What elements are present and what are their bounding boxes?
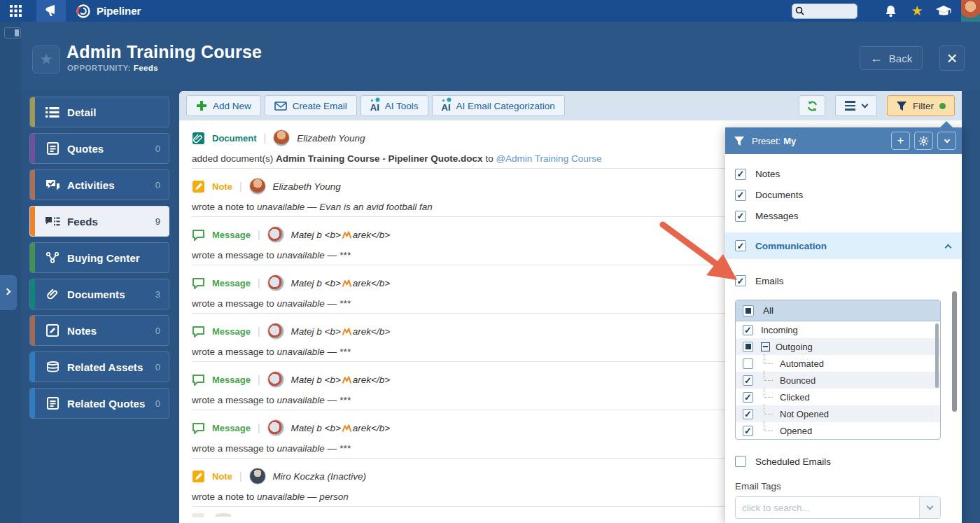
clicked-checkbox[interactable] [743, 392, 753, 403]
communication-checkbox[interactable] [735, 240, 746, 251]
sidebar-item-feeds[interactable]: Feeds9 [29, 206, 169, 237]
refresh-button[interactable] [799, 95, 825, 116]
tree-row-automated[interactable]: Automated [736, 355, 940, 372]
scheduled-emails-row[interactable]: Scheduled Emails [725, 452, 962, 471]
email-tags-select[interactable]: click to search... [735, 496, 941, 519]
tree-row-not-opened[interactable]: Not Opened [736, 405, 940, 422]
feed-link[interactable]: @Admin Training Course [496, 153, 601, 164]
assets-icon [46, 361, 59, 373]
panel-scrollbar[interactable] [952, 291, 957, 412]
toolbar-button-group: Add NewCreate EmailAIAI ToolsAIAI Email … [186, 95, 565, 116]
sidebar: DetailQuotes0Activities0Feeds9Buying Cen… [29, 97, 169, 424]
entity-label: OPPORTUNITY: [67, 64, 131, 72]
scheduled-emails-checkbox[interactable] [735, 456, 746, 467]
documents-checkbox[interactable] [735, 190, 746, 201]
learning-button[interactable] [930, 0, 957, 22]
tree-row-opened[interactable]: Opened [736, 422, 940, 439]
tree-connector [764, 354, 773, 364]
add-new-button[interactable]: Add New [186, 95, 261, 116]
detail-icon [46, 107, 59, 118]
author-name: Elizabeth Young [273, 181, 341, 192]
back-arrow-icon: ← [870, 51, 883, 66]
emails-checkbox[interactable] [735, 275, 746, 286]
opened-checkbox[interactable] [743, 426, 753, 436]
outgoing-checkbox[interactable] [743, 342, 753, 352]
tree-scrollbar[interactable] [935, 323, 939, 388]
not-opened-checkbox[interactable] [743, 409, 753, 419]
view-options-button[interactable] [835, 95, 877, 116]
back-button[interactable]: ←Back [860, 46, 923, 70]
bounced-checkbox[interactable] [743, 375, 753, 386]
sidebar-item-label: Activities [67, 179, 155, 191]
page-title: Admin Training Course [66, 42, 262, 62]
collapse-node-icon[interactable] [761, 342, 770, 351]
incoming-checkbox[interactable] [743, 325, 753, 335]
ai-email-categorization-button[interactable]: AIAI Email Categorization [432, 95, 565, 116]
search-input[interactable] [804, 6, 850, 16]
sidebar-item-quotes[interactable]: Quotes0 [29, 133, 169, 164]
notifications-button[interactable] [877, 0, 904, 22]
feeds-icon [45, 216, 60, 227]
feed-type-label: Message [212, 423, 251, 433]
collapse-panel-icon[interactable] [4, 27, 21, 39]
filter-row-documents[interactable]: Documents [725, 185, 962, 205]
tree-row-outgoing[interactable]: Outgoing [736, 338, 940, 355]
select-chevron-button[interactable] [919, 497, 940, 518]
emails-filter-row[interactable]: Emails [725, 270, 962, 291]
preset-settings-button[interactable] [914, 132, 933, 150]
chevron-up-icon[interactable] [945, 244, 952, 251]
apps-grid-icon[interactable] [0, 0, 31, 22]
ai-tools-button[interactable]: AIAI Tools [360, 95, 428, 116]
tree-row-incoming[interactable]: Incoming [736, 321, 940, 338]
sidebar-item-label: Buying Center [67, 252, 160, 264]
sidebar-item-notes[interactable]: Notes0 [29, 315, 169, 346]
filter-panel-header: Preset:My + [725, 127, 962, 154]
zigzag-m-icon [342, 231, 351, 239]
tree-all-row[interactable]: All [736, 300, 940, 321]
sidebar-item-related-assets[interactable]: Related Assets0 [29, 351, 169, 382]
sidebar-item-detail[interactable]: Detail [29, 97, 169, 127]
tree-row-bounced[interactable]: Bounced [736, 372, 940, 389]
filter-button[interactable]: Filter [887, 95, 955, 116]
funnel-icon [896, 101, 907, 111]
avatar [267, 371, 284, 388]
expand-panel-tab[interactable] [0, 275, 17, 310]
global-search[interactable] [792, 4, 858, 19]
close-button[interactable]: × [939, 46, 965, 71]
tree-label: Opened [780, 426, 812, 436]
feed-text: wrote a message to [192, 250, 277, 260]
emails-label: Emails [755, 276, 784, 286]
tree-row-clicked[interactable]: Clicked [736, 389, 940, 405]
ai-icon: AI [442, 99, 451, 113]
all-checkbox[interactable] [743, 305, 754, 316]
favorites-button[interactable]: ★ [904, 0, 930, 22]
envelope-icon [274, 102, 287, 111]
automated-checkbox[interactable] [743, 358, 753, 369]
sidebar-item-buying-center[interactable]: Buying Center [29, 242, 169, 273]
sidebar-item-documents[interactable]: Documents3 [29, 279, 169, 309]
create-email-button[interactable]: Create Email [265, 95, 357, 116]
feed-text: wrote a message to [192, 395, 277, 405]
announcements-button[interactable] [36, 0, 66, 22]
feed-text: wrote a message to [192, 298, 277, 309]
zigzag-m-icon [342, 279, 351, 287]
messages-checkbox[interactable] [735, 211, 746, 222]
filter-row-messages[interactable]: Messages [725, 206, 962, 226]
note-icon [192, 470, 205, 483]
refresh-icon [806, 100, 818, 112]
preset-title: Preset:My [752, 136, 796, 146]
filter-active-dot [939, 103, 946, 109]
filter-row-notes[interactable]: Notes [725, 164, 962, 184]
filter-panel: Preset:My + NotesDocumentsMessages Commu… [725, 127, 962, 523]
collapse-panel-button[interactable] [937, 132, 956, 150]
notes-checkbox[interactable] [735, 169, 746, 180]
divider: | [239, 470, 242, 482]
star-icon: ★ [911, 4, 923, 18]
sidebar-item-label: Related Assets [67, 361, 155, 373]
sidebar-item-related-quotes[interactable]: Related Quotes0 [29, 388, 169, 419]
favorite-record-button[interactable]: ★ [32, 46, 60, 74]
add-preset-button[interactable]: + [891, 132, 910, 150]
communication-group-row[interactable]: Communication [725, 232, 962, 259]
user-avatar[interactable] [961, 0, 980, 22]
sidebar-item-activities[interactable]: Activities0 [29, 169, 169, 200]
